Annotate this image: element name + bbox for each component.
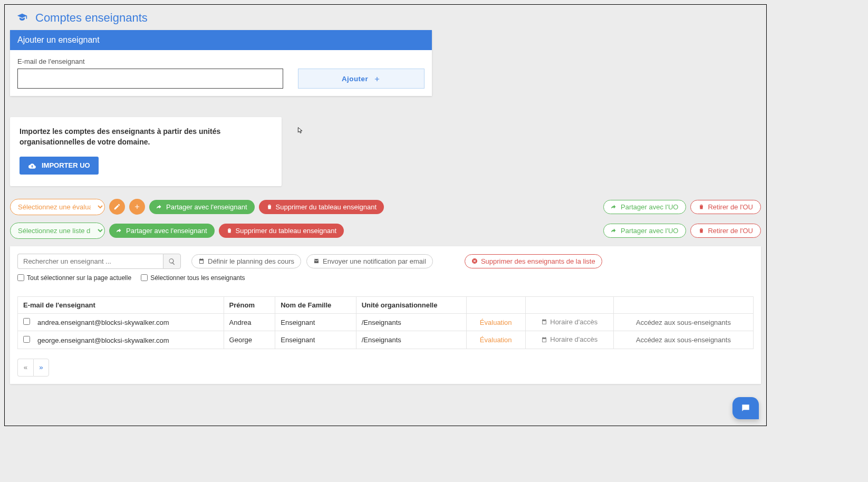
cloud-upload-icon <box>28 161 36 170</box>
remove-teacher-button-1[interactable]: Supprimer du tableau enseignant <box>259 200 384 214</box>
cursor-icon <box>297 125 304 135</box>
row-checkbox[interactable] <box>23 336 30 343</box>
access-schedule-link[interactable]: Horaire d'accès <box>541 318 597 326</box>
select-page-checkbox[interactable]: Tout sélectionner sur la page actuelle <box>17 274 131 282</box>
cell-ou: /Enseignants <box>356 313 466 331</box>
import-uo-button[interactable]: IMPORTER UO <box>20 157 99 175</box>
table-row: andrea.enseignant@blocksi-skywalker.comA… <box>18 313 754 331</box>
cell-email: andrea.enseignant@blocksi-skywalker.com <box>37 319 169 326</box>
cell-lastname: Enseignant <box>275 331 356 349</box>
pagination: « » <box>17 359 49 377</box>
sub-teachers-link[interactable]: Accédez aux sous-enseignants <box>636 336 731 344</box>
edit-button[interactable] <box>109 199 125 215</box>
evaluation-select[interactable]: Sélectionnez une évaluation <box>10 199 105 215</box>
email-list-select[interactable]: Sélectionnez une liste d'e... <box>10 223 105 239</box>
share-teacher-button-1[interactable]: Partager avec l'enseignant <box>149 200 255 214</box>
search-button[interactable] <box>163 254 181 269</box>
add-circle-button[interactable] <box>129 199 145 215</box>
import-card: Importez les comptes des enseignants à p… <box>10 117 282 186</box>
access-schedule-link[interactable]: Horaire d'accès <box>541 335 597 343</box>
th-email: E-mail de l'enseignant <box>23 301 95 309</box>
cell-email: george.enseignant@blocksi-skywalker.com <box>37 336 169 344</box>
add-teacher-header: Ajouter un enseignant <box>10 30 432 50</box>
graduation-cap-icon <box>15 13 29 23</box>
add-teacher-card: Ajouter un enseignant E-mail de l'enseig… <box>10 30 432 96</box>
share-teacher-button-2[interactable]: Partager avec l'enseignant <box>109 224 215 238</box>
chat-widget[interactable] <box>732 397 759 419</box>
page-header: Comptes enseignants <box>10 9 761 30</box>
action-row-evaluation: Sélectionnez une évaluation Partager ave… <box>10 199 761 215</box>
share-uo-button-2[interactable]: Partager avec l'UO <box>603 224 686 238</box>
cell-firstname: George <box>224 331 275 349</box>
th-lastname: Nom de Famille <box>281 301 331 309</box>
evaluation-link[interactable]: Évaluation <box>480 336 512 344</box>
define-planning-button[interactable]: Définir le planning des cours <box>191 254 301 268</box>
pager-prev[interactable]: « <box>17 359 33 377</box>
search-input[interactable] <box>17 254 163 269</box>
table-row: george.enseignant@blocksi-skywalker.comG… <box>18 331 754 349</box>
page-title: Comptes enseignants <box>35 11 148 25</box>
cell-lastname: Enseignant <box>275 313 356 331</box>
email-label: E-mail de l'enseignant <box>17 57 283 65</box>
remove-teacher-button-2[interactable]: Supprimer du tableau enseignant <box>219 224 344 238</box>
plus-icon <box>373 74 381 82</box>
select-all-checkbox[interactable]: Sélectionner tous les enseignants <box>141 274 245 282</box>
pager-next[interactable]: » <box>33 359 49 377</box>
action-row-list: Sélectionnez une liste d'e... Partager a… <box>10 223 761 239</box>
teachers-table: E-mail de l'enseignant Prénom Nom de Fam… <box>17 296 754 349</box>
cell-firstname: Andrea <box>224 313 275 331</box>
sub-teachers-link[interactable]: Accédez aux sous-enseignants <box>636 319 731 326</box>
cell-ou: /Enseignants <box>356 331 466 349</box>
remove-ou-button-1[interactable]: Retirer de l'OU <box>690 200 761 214</box>
share-uo-button-1[interactable]: Partager avec l'UO <box>603 200 686 214</box>
send-notification-button[interactable]: Envoyer une notification par email <box>306 254 433 268</box>
table-card: Définir le planning des cours Envoyer un… <box>10 246 761 384</box>
import-description: Importez les comptes des enseignants à p… <box>20 127 272 147</box>
th-firstname: Prénom <box>229 301 255 309</box>
evaluation-link[interactable]: Évaluation <box>480 319 512 326</box>
remove-ou-button-2[interactable]: Retirer de l'OU <box>690 224 761 238</box>
add-button[interactable]: Ajouter <box>298 69 425 89</box>
row-checkbox[interactable] <box>23 318 30 325</box>
delete-teachers-button[interactable]: Supprimer des enseignants de la liste <box>465 254 602 268</box>
teacher-email-input[interactable] <box>17 69 283 89</box>
th-ou: Unité organisationnelle <box>362 301 438 309</box>
